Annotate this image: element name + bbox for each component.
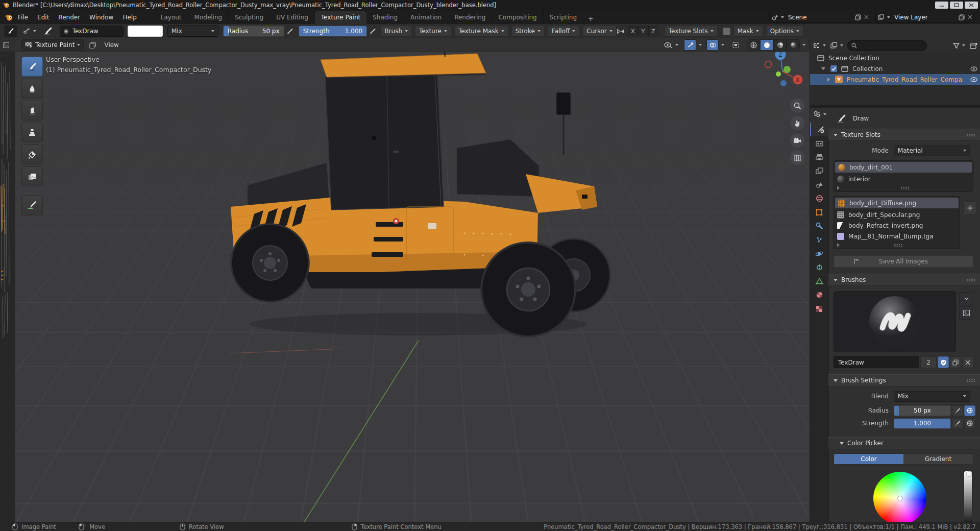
brush-settings-panel-header[interactable]: Brush Settings <box>828 374 980 387</box>
strength-pressure-icon[interactable] <box>368 26 377 36</box>
outliner-row-collection[interactable]: Collection <box>810 63 980 74</box>
unlink-brush-button[interactable] <box>962 356 973 368</box>
brush-preset-dropdown[interactable] <box>22 28 36 35</box>
gradient-tab[interactable]: Gradient <box>903 454 973 464</box>
workspace-tab-texture-paint[interactable]: Texture Paint <box>315 11 366 24</box>
collapsed-uv-editor[interactable] <box>0 38 16 522</box>
texture-slot-row[interactable]: Map__81_Normal_Bump.tga <box>834 231 960 242</box>
properties-tab-physics[interactable] <box>810 247 828 260</box>
remove-view-layer-icon[interactable] <box>968 15 972 19</box>
workspace-tab-rendering[interactable]: Rendering <box>448 11 492 24</box>
strength-pressure-button[interactable] <box>952 418 963 429</box>
radius-pressure-icon[interactable] <box>285 26 295 36</box>
menu-window[interactable]: Window <box>85 12 118 23</box>
shading-wireframe-button[interactable] <box>747 39 760 51</box>
blend-mode-dropdown[interactable]: Mix <box>167 26 218 37</box>
add-workspace-button[interactable]: + <box>583 13 598 24</box>
properties-tab-texture[interactable] <box>810 302 828 316</box>
tool-draw-button[interactable] <box>21 57 43 77</box>
mirror-x-toggle[interactable]: X <box>628 26 638 36</box>
toggle-ortho-icon[interactable] <box>790 151 804 165</box>
mirror-z-toggle[interactable]: Z <box>648 26 658 36</box>
texture-slot-row[interactable]: body_dirt_Diffuse.png <box>835 198 959 208</box>
workspace-tab-scripting[interactable]: Scripting <box>544 11 583 24</box>
workspace-tab-modeling[interactable]: Modeling <box>188 11 229 24</box>
workspace-tab-layout[interactable]: Layout <box>155 11 188 24</box>
menu-edit[interactable]: Edit <box>33 12 54 23</box>
properties-tab-tool[interactable] <box>810 123 829 136</box>
brush-users-count[interactable]: 2 <box>920 356 937 368</box>
properties-tab-scene[interactable] <box>810 178 828 191</box>
workspace-tab-animation[interactable]: Animation <box>404 11 448 24</box>
texture-list-expand[interactable] <box>834 242 960 249</box>
view-layer-selector[interactable]: View Layer <box>875 12 975 23</box>
strength-slider[interactable]: Strength 1.000 <box>299 26 367 37</box>
strength-unified-button[interactable] <box>964 418 975 429</box>
filter-icon[interactable] <box>953 43 965 49</box>
color-tab[interactable]: Color <box>834 454 903 464</box>
texture-slot-row[interactable]: body_Refract_invert.png <box>834 220 960 231</box>
brush-popover[interactable]: Brush <box>380 26 412 37</box>
hide-collection-eye-icon[interactable] <box>970 66 977 71</box>
properties-tab-world[interactable] <box>810 191 828 205</box>
overlays-toggle[interactable] <box>706 39 719 51</box>
brush-name-field[interactable]: TexDraw <box>60 26 124 37</box>
active-tool-icon[interactable] <box>4 25 17 37</box>
tool-annotate-button[interactable] <box>21 196 43 215</box>
mode-copy-icon[interactable] <box>89 42 96 49</box>
minimize-button[interactable] <box>935 2 948 9</box>
texture-mask-popover[interactable]: Texture Mask <box>454 26 508 37</box>
editor-type-button[interactable] <box>813 42 826 49</box>
maximize-button[interactable] <box>950 2 963 9</box>
texture-slots-popover[interactable]: Texture Slots <box>665 26 718 37</box>
tool-mask-button[interactable] <box>21 166 43 186</box>
brush-dropdown-button[interactable] <box>959 292 973 305</box>
overlays-dropdown[interactable] <box>721 44 724 46</box>
menu-render[interactable]: Render <box>54 12 85 23</box>
mirror-y-toggle[interactable]: Y <box>638 26 648 36</box>
new-collection-icon[interactable] <box>970 42 977 49</box>
viewport-model-road-roller[interactable] <box>225 49 623 345</box>
shading-dropdown[interactable] <box>802 44 805 46</box>
texture-popover[interactable]: Texture <box>415 26 451 37</box>
texture-slot-row[interactable]: body_dirt_Specular.png <box>834 209 960 220</box>
brushes-panel-header[interactable]: Brushes <box>828 274 980 286</box>
stroke-popover[interactable]: Stroke <box>511 26 545 37</box>
properties-editor-type-button[interactable] <box>813 111 826 117</box>
shading-rendered-button[interactable] <box>787 39 800 51</box>
properties-tab-object[interactable] <box>810 205 828 219</box>
tool-smear-button[interactable] <box>21 101 43 120</box>
outliner-row-object[interactable]: Pneumatic_Tyred_Road_Roller_Compactor_D <box>810 74 980 85</box>
properties-tab-constraints[interactable] <box>810 260 828 274</box>
add-texture-slot-button[interactable] <box>963 201 976 214</box>
shading-solid-button[interactable] <box>760 39 773 51</box>
collection-checkbox[interactable] <box>830 65 837 72</box>
properties-tab-output[interactable] <box>810 150 828 164</box>
outliner-display-mode[interactable] <box>830 42 843 49</box>
value-slider[interactable] <box>964 471 972 530</box>
properties-tab-view-layer[interactable] <box>810 164 828 178</box>
blender-app-icon[interactable] <box>4 14 13 21</box>
properties-tab-object-data[interactable] <box>810 274 828 288</box>
shading-material-button[interactable] <box>773 39 787 51</box>
outliner-search-input[interactable] <box>847 40 927 51</box>
mode-dropdown[interactable]: Texture Paint <box>21 39 84 51</box>
options-popover[interactable]: Options <box>766 26 803 37</box>
view-menu[interactable]: View <box>100 40 122 50</box>
hide-object-eye-icon[interactable] <box>970 77 977 82</box>
tool-soften-button[interactable] <box>21 79 43 99</box>
cursor-popover[interactable]: Cursor <box>582 26 616 37</box>
mask-popover[interactable]: Mask <box>733 26 763 37</box>
properties-tab-particles[interactable] <box>810 233 828 247</box>
viewport-3d[interactable]: Texture Paint View <box>15 38 810 522</box>
menu-help[interactable]: Help <box>118 12 141 23</box>
workspace-tab-compositing[interactable]: Compositing <box>492 11 543 24</box>
brush-name-input[interactable]: TexDraw <box>834 356 919 368</box>
menu-file[interactable]: File <box>13 12 33 23</box>
workspace-tab-shading[interactable]: Shading <box>366 11 404 24</box>
navigation-gizmo[interactable]: Z X <box>758 47 806 96</box>
scene-selector[interactable]: Scene <box>769 12 871 23</box>
zoom-view-icon[interactable] <box>790 99 804 113</box>
mask-enable-checkbox[interactable] <box>723 28 730 35</box>
tool-fill-button[interactable] <box>21 144 43 164</box>
